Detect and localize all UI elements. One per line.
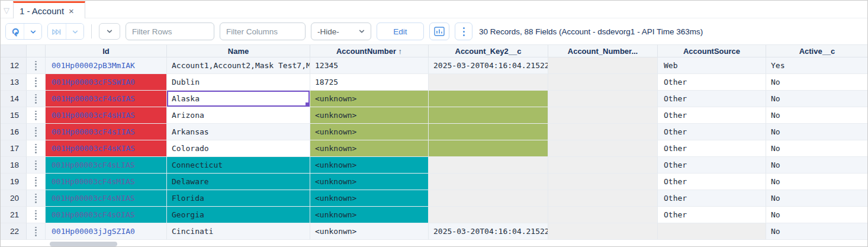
record-id-link[interactable]: 001Hp00003cF4sOIAS xyxy=(46,207,167,223)
cell-name[interactable]: Cincinati xyxy=(167,223,310,240)
cell-accountsource[interactable]: Other xyxy=(658,91,766,107)
cell-name[interactable]: Arkansas xyxy=(167,124,310,140)
cell-accountnumber[interactable]: <unknown> xyxy=(310,124,429,140)
cell-name[interactable]: Georgia xyxy=(167,207,310,223)
cell-account-key2[interactable] xyxy=(429,207,548,223)
cell-accountnumber[interactable]: <unknown> xyxy=(310,140,429,157)
record-id-link[interactable]: 001Hp00003cF4sKIAS xyxy=(46,140,167,157)
record-id-link[interactable]: 001Hp00003cF4sMIAS xyxy=(46,174,167,190)
cell-account-key2[interactable] xyxy=(429,107,548,124)
cell-accountsource[interactable]: Other xyxy=(658,174,766,190)
cell-account-number2[interactable] xyxy=(548,174,658,190)
refresh-options-button[interactable] xyxy=(24,24,41,40)
filter-columns-input[interactable] xyxy=(220,23,306,40)
hide-columns-select[interactable]: -Hide- xyxy=(311,23,371,40)
cell-accountnumber[interactable]: <unknown> xyxy=(310,157,429,174)
column-header-accountnumber[interactable]: AccountNumber ↑ xyxy=(310,45,429,57)
cell-account-key2[interactable]: 2025-03-20T04:16:04.21522 xyxy=(429,57,548,74)
cell-account-key2[interactable] xyxy=(429,74,548,91)
chart-button[interactable] xyxy=(429,23,449,40)
row-menu-handle[interactable] xyxy=(27,140,46,157)
row-menu-handle[interactable] xyxy=(27,107,46,124)
cell-account-number2[interactable] xyxy=(548,107,658,124)
cell-active[interactable]: No xyxy=(766,157,868,174)
cell-accountsource[interactable]: Other xyxy=(658,157,766,174)
scrollbar-thumb[interactable] xyxy=(50,242,117,246)
close-icon[interactable]: × xyxy=(69,7,74,15)
cell-active[interactable]: No xyxy=(766,174,868,190)
tab-account[interactable]: 1 - Account × xyxy=(13,1,85,18)
cell-accountsource[interactable]: Other xyxy=(658,207,766,223)
cell-name[interactable]: Delaware xyxy=(167,174,310,190)
cell-active[interactable]: No xyxy=(766,190,868,207)
cell-accountsource[interactable] xyxy=(658,223,766,240)
record-id-link[interactable]: 001Hp00003cF4sLIAS xyxy=(46,157,167,174)
cell-accountnumber[interactable]: <unknown> xyxy=(310,207,429,223)
row-menu-handle[interactable] xyxy=(27,207,46,223)
cell-name[interactable]: Connecticut xyxy=(167,157,310,174)
cell-active[interactable]: No xyxy=(766,223,868,240)
filter-collapse-button[interactable] xyxy=(99,23,120,40)
cell-accountnumber[interactable]: <unknown> xyxy=(310,190,429,207)
cell-account-number2[interactable] xyxy=(548,140,658,157)
cell-account-number2[interactable] xyxy=(548,190,658,207)
skip-options-button[interactable] xyxy=(66,24,83,40)
cell-account-key2[interactable]: 2025-03-20T04:16:04.21522 xyxy=(429,223,548,240)
record-id-link[interactable]: 001Hp00003cF4sGIAS xyxy=(46,91,167,107)
cell-account-key2[interactable] xyxy=(429,174,548,190)
row-menu-handle[interactable] xyxy=(27,124,46,140)
record-id-link[interactable]: 001Hp00002pB3MmIAK xyxy=(46,57,167,74)
cell-accountnumber[interactable]: <unknown> xyxy=(310,91,429,107)
cell-accountnumber[interactable]: <unknown> xyxy=(310,174,429,190)
cell-accountsource[interactable]: Other xyxy=(658,107,766,124)
record-id-link[interactable]: 001Hp00003cF4sIIAS xyxy=(46,124,167,140)
row-menu-handle[interactable] xyxy=(27,223,46,240)
row-menu-handle[interactable] xyxy=(27,57,46,74)
column-header-account-number-[interactable]: Account_Number... xyxy=(548,45,658,57)
cell-name[interactable]: Dublin xyxy=(167,74,310,91)
column-header-account-key2-c[interactable]: Account_Key2__c xyxy=(429,45,548,57)
row-menu-handle[interactable] xyxy=(27,190,46,207)
cell-active[interactable]: No xyxy=(766,124,868,140)
cell-name[interactable]: Alaska xyxy=(167,91,310,107)
cell-account-key2[interactable] xyxy=(429,91,548,107)
cell-account-number2[interactable] xyxy=(548,57,658,74)
cell-name[interactable]: Colorado xyxy=(167,140,310,157)
cell-account-key2[interactable] xyxy=(429,157,548,174)
cell-accountsource[interactable]: Other xyxy=(658,190,766,207)
filter-rows-input[interactable] xyxy=(126,23,214,40)
cell-account-key2[interactable] xyxy=(429,124,548,140)
row-menu-handle[interactable] xyxy=(27,74,46,91)
cell-accountnumber[interactable]: 12345 xyxy=(310,57,429,74)
cell-accountnumber[interactable]: 18725 xyxy=(310,74,429,91)
record-id-link[interactable]: 001Hp00003cF4sNIAS xyxy=(46,190,167,207)
row-menu-handle[interactable] xyxy=(27,157,46,174)
cell-account-number2[interactable] xyxy=(548,207,658,223)
cell-account-number2[interactable] xyxy=(548,124,658,140)
cell-accountsource[interactable]: Web xyxy=(658,57,766,74)
cell-accountsource[interactable]: Other xyxy=(658,74,766,91)
cell-name[interactable]: Account1,Account2,Mask Test7,Ma xyxy=(167,57,310,74)
cell-accountnumber[interactable]: <unkonwn> xyxy=(310,223,429,240)
cell-active[interactable]: No xyxy=(766,207,868,223)
cell-active[interactable]: No xyxy=(766,91,868,107)
cell-name[interactable]: Florida xyxy=(167,190,310,207)
cell-account-key2[interactable] xyxy=(429,140,548,157)
cell-active[interactable]: No xyxy=(766,140,868,157)
column-header-name[interactable]: Name xyxy=(167,45,310,57)
edit-button[interactable]: Edit xyxy=(377,23,424,40)
more-options-button[interactable] xyxy=(455,23,472,40)
cell-active[interactable]: No xyxy=(766,107,868,124)
refresh-button[interactable]: ⟳ xyxy=(6,24,24,40)
cell-account-number2[interactable] xyxy=(548,74,658,91)
horizontal-scrollbar[interactable] xyxy=(1,240,868,247)
cell-active[interactable]: Yes xyxy=(766,57,868,74)
selection-fill-handle[interactable] xyxy=(306,102,310,107)
cell-active[interactable]: No xyxy=(766,74,868,91)
cell-account-number2[interactable] xyxy=(548,223,658,240)
record-id-link[interactable]: 001Hp00003cF4sHIAS xyxy=(46,107,167,124)
cell-account-key2[interactable] xyxy=(429,190,548,207)
cell-accountsource[interactable]: Other xyxy=(658,140,766,157)
column-header-accountsource[interactable]: AccountSource xyxy=(658,45,766,57)
cell-accountnumber[interactable]: <unknown> xyxy=(310,107,429,124)
